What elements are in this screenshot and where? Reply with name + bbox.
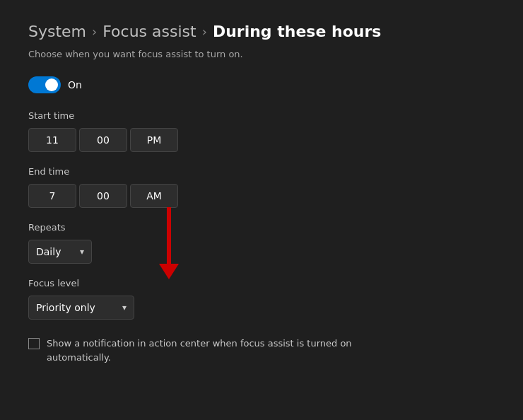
notification-checkbox-row: Show a notification in action center whe… <box>28 337 495 364</box>
breadcrumb-sep-2: › <box>202 24 207 39</box>
toggle-row: On <box>28 76 495 93</box>
repeats-value: Daily <box>36 246 61 257</box>
end-time-row: 7 00 AM <box>28 184 495 208</box>
start-minute[interactable]: 00 <box>79 128 127 152</box>
start-hour[interactable]: 11 <box>28 128 76 152</box>
end-time-label: End time <box>28 166 495 177</box>
notification-checkbox[interactable] <box>28 338 40 349</box>
end-minute[interactable]: 00 <box>79 184 127 208</box>
end-hour[interactable]: 7 <box>28 184 76 208</box>
focus-level-dropdown[interactable]: Priority only ▾ <box>28 296 134 320</box>
breadcrumb: System › Focus assist › During these hou… <box>28 23 495 40</box>
toggle-label: On <box>68 79 82 91</box>
focus-assist-toggle[interactable] <box>28 76 61 93</box>
repeats-chevron-icon: ▾ <box>80 247 84 257</box>
repeats-dropdown[interactable]: Daily ▾ <box>28 240 92 264</box>
end-period[interactable]: AM <box>130 184 178 208</box>
breadcrumb-system[interactable]: System <box>28 23 86 40</box>
arrow-head <box>159 264 179 279</box>
breadcrumb-focus-assist[interactable]: Focus assist <box>102 23 196 40</box>
focus-level-label: Focus level <box>28 278 495 288</box>
end-time-section: End time 7 00 AM <box>28 166 495 208</box>
start-time-section: Start time 11 00 PM <box>28 110 495 152</box>
repeats-label: Repeats <box>28 222 495 233</box>
breadcrumb-sep-1: › <box>92 24 97 39</box>
start-period[interactable]: PM <box>130 128 178 152</box>
focus-level-chevron-icon: ▾ <box>122 303 127 313</box>
page-subtitle: Choose when you want focus assist to tur… <box>28 49 495 59</box>
notification-checkbox-label: Show a notification in action center whe… <box>47 337 372 364</box>
toggle-knob <box>45 78 58 91</box>
focus-level-section: Focus level Priority only ▾ <box>28 278 495 320</box>
repeats-section: Repeats Daily ▾ <box>28 222 495 264</box>
focus-level-value: Priority only <box>36 302 95 313</box>
breadcrumb-current: During these hours <box>213 23 382 40</box>
start-time-row: 11 00 PM <box>28 128 495 152</box>
start-time-label: Start time <box>28 110 495 121</box>
